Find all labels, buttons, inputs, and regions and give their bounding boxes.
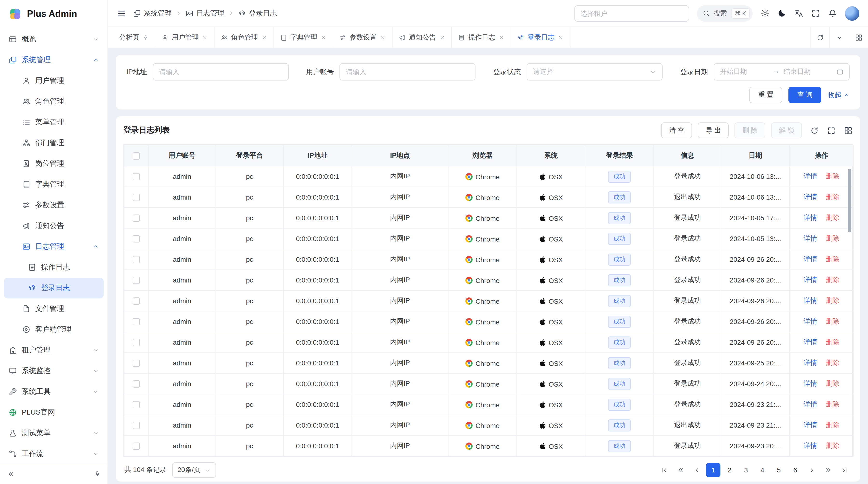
tab-menu-button[interactable] bbox=[830, 27, 849, 48]
detail-link[interactable]: 详情 bbox=[804, 400, 817, 408]
breadcrumb-item[interactable]: 系统管理 bbox=[133, 9, 172, 18]
page-size-select[interactable]: 20条/页 bbox=[172, 462, 216, 478]
hamburger-menu-button[interactable] bbox=[117, 8, 126, 18]
detail-link[interactable]: 详情 bbox=[804, 421, 817, 428]
refresh-table-icon[interactable] bbox=[810, 126, 819, 135]
sidebar-item[interactable]: 租户管理 bbox=[4, 340, 104, 361]
sidebar-item[interactable]: 岗位管理 bbox=[4, 153, 104, 174]
sidebar-item[interactable]: 字典管理 bbox=[4, 174, 104, 195]
delete-link[interactable]: 删除 bbox=[826, 276, 839, 284]
detail-link[interactable]: 详情 bbox=[804, 255, 817, 263]
prev-page-button[interactable] bbox=[689, 463, 704, 477]
ip-input[interactable] bbox=[153, 63, 289, 80]
close-icon[interactable] bbox=[558, 34, 564, 40]
detail-link[interactable]: 详情 bbox=[804, 317, 817, 325]
close-icon[interactable] bbox=[261, 34, 267, 40]
tab[interactable]: 参数设置 bbox=[333, 27, 393, 48]
row-checkbox[interactable] bbox=[133, 360, 140, 367]
first-page-button[interactable] bbox=[657, 463, 671, 477]
query-button[interactable]: 查 询 bbox=[788, 87, 821, 103]
sidebar-item[interactable]: PLUS官网 bbox=[4, 402, 104, 423]
sidebar-item[interactable]: 测试菜单 bbox=[4, 423, 104, 444]
row-checkbox[interactable] bbox=[133, 381, 140, 388]
close-icon[interactable] bbox=[380, 34, 386, 40]
row-checkbox[interactable] bbox=[133, 194, 140, 201]
breadcrumb-item[interactable]: 日志管理 bbox=[186, 9, 224, 18]
clear-button[interactable]: 清 空 bbox=[661, 123, 692, 138]
sidebar-item[interactable]: 参数设置 bbox=[4, 195, 104, 216]
detail-link[interactable]: 详情 bbox=[804, 379, 817, 387]
page-button[interactable]: 6 bbox=[788, 463, 802, 477]
delete-link[interactable]: 删除 bbox=[826, 442, 839, 449]
sidebar-item[interactable]: 日志管理 bbox=[4, 236, 104, 257]
sidebar-item[interactable]: 登录日志 bbox=[4, 278, 104, 298]
detail-link[interactable]: 详情 bbox=[804, 276, 817, 284]
select-all-checkbox[interactable] bbox=[133, 152, 140, 160]
sidebar-item[interactable]: 文件管理 bbox=[4, 298, 104, 319]
detail-link[interactable]: 详情 bbox=[804, 359, 817, 366]
delete-link[interactable]: 删除 bbox=[826, 296, 839, 304]
row-checkbox[interactable] bbox=[133, 422, 140, 429]
reset-button[interactable]: 重 置 bbox=[749, 87, 782, 103]
row-checkbox[interactable] bbox=[133, 401, 140, 409]
collapse-sidebar-button[interactable] bbox=[7, 470, 14, 478]
detail-link[interactable]: 详情 bbox=[804, 338, 817, 346]
close-icon[interactable] bbox=[321, 34, 327, 40]
tab[interactable]: 字典管理 bbox=[274, 27, 333, 48]
user-avatar[interactable] bbox=[845, 6, 859, 21]
delete-link[interactable]: 删除 bbox=[826, 421, 839, 428]
page-button[interactable]: 2 bbox=[722, 463, 737, 477]
detail-link[interactable]: 详情 bbox=[804, 296, 817, 304]
row-checkbox[interactable] bbox=[133, 298, 140, 305]
export-button[interactable]: 导 出 bbox=[698, 123, 729, 138]
delete-link[interactable]: 删除 bbox=[826, 379, 839, 387]
sidebar-item[interactable]: 工作流 bbox=[4, 444, 104, 463]
tab[interactable]: 用户管理 bbox=[155, 27, 215, 48]
layout-panel-button[interactable] bbox=[849, 27, 868, 48]
sidebar-item[interactable]: 系统管理 bbox=[4, 50, 104, 70]
close-icon[interactable] bbox=[202, 34, 208, 40]
row-checkbox[interactable] bbox=[133, 318, 140, 326]
detail-link[interactable]: 详情 bbox=[804, 442, 817, 449]
column-settings-icon[interactable] bbox=[844, 126, 852, 135]
collapse-filter-link[interactable]: 收起 bbox=[828, 90, 850, 100]
sidebar-item[interactable]: 通知公告 bbox=[4, 216, 104, 236]
delete-button[interactable]: 删 除 bbox=[735, 123, 765, 138]
dark-mode-icon[interactable] bbox=[777, 9, 786, 18]
sidebar-item[interactable]: 概览 bbox=[4, 29, 104, 50]
notifications-icon[interactable] bbox=[828, 9, 837, 18]
delete-link[interactable]: 删除 bbox=[826, 193, 839, 200]
sidebar-item[interactable]: 系统监控 bbox=[4, 361, 104, 381]
detail-link[interactable]: 详情 bbox=[804, 234, 817, 242]
row-checkbox[interactable] bbox=[133, 215, 140, 222]
tab[interactable]: 操作日志 bbox=[452, 27, 511, 48]
row-checkbox[interactable] bbox=[133, 443, 140, 450]
settings-icon[interactable] bbox=[761, 9, 770, 18]
sidebar-item[interactable]: 菜单管理 bbox=[4, 112, 104, 133]
unlock-button[interactable]: 解 锁 bbox=[771, 123, 802, 138]
sidebar-item[interactable]: 部门管理 bbox=[4, 133, 104, 153]
delete-link[interactable]: 删除 bbox=[826, 255, 839, 263]
expand-table-icon[interactable] bbox=[827, 126, 836, 135]
page-button[interactable]: 5 bbox=[772, 463, 786, 477]
delete-link[interactable]: 删除 bbox=[826, 214, 839, 221]
delete-link[interactable]: 删除 bbox=[826, 172, 839, 180]
sidebar-item[interactable]: 操作日志 bbox=[4, 257, 104, 278]
row-checkbox[interactable] bbox=[133, 173, 140, 181]
table-scrollbar[interactable] bbox=[848, 169, 851, 232]
close-icon[interactable] bbox=[439, 34, 445, 40]
tab[interactable]: 分析页 bbox=[113, 27, 155, 48]
language-icon[interactable] bbox=[794, 9, 803, 18]
next-page-button[interactable] bbox=[804, 463, 819, 477]
delete-link[interactable]: 删除 bbox=[826, 317, 839, 325]
tab[interactable]: 登录日志 bbox=[511, 27, 570, 48]
pin-icon[interactable] bbox=[143, 34, 149, 40]
sidebar-item[interactable]: 用户管理 bbox=[4, 70, 104, 91]
global-search[interactable]: 搜索 ⌘ K bbox=[696, 5, 753, 22]
account-input[interactable] bbox=[340, 63, 476, 80]
refresh-tab-button[interactable] bbox=[810, 27, 830, 48]
sidebar-item[interactable]: 系统工具 bbox=[4, 381, 104, 402]
last-page-button[interactable] bbox=[837, 463, 851, 477]
app-logo[interactable]: Plus Admin bbox=[0, 0, 107, 28]
tab[interactable]: 角色管理 bbox=[215, 27, 274, 48]
